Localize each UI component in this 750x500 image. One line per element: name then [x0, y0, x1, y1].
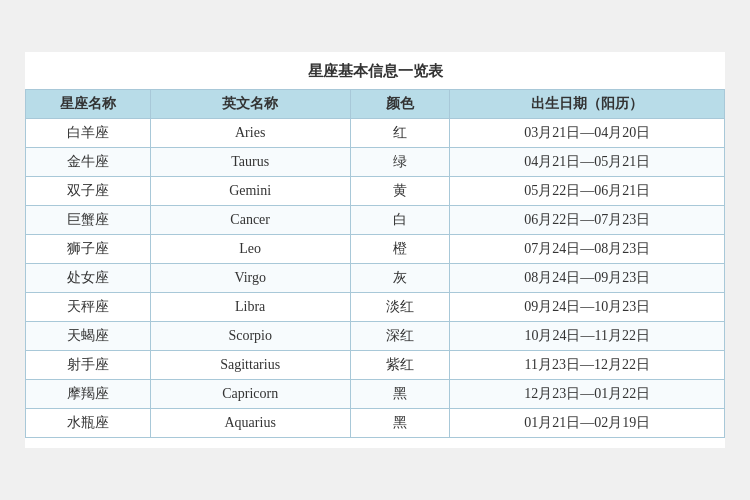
table-row: 天蝎座Scorpio深红10月24日—11月22日 [26, 322, 725, 351]
page-title: 星座基本信息一览表 [25, 62, 725, 81]
cell-english-name: Aquarius [150, 409, 350, 438]
cell-color: 灰 [350, 264, 450, 293]
cell-date: 11月23日—12月22日 [450, 351, 725, 380]
header-english: 英文名称 [150, 90, 350, 119]
zodiac-table: 星座名称 英文名称 颜色 出生日期（阳历） 白羊座Aries红03月21日—04… [25, 89, 725, 438]
cell-color: 红 [350, 119, 450, 148]
cell-zodiac-name: 水瓶座 [26, 409, 151, 438]
cell-zodiac-name: 处女座 [26, 264, 151, 293]
cell-zodiac-name: 金牛座 [26, 148, 151, 177]
table-row: 狮子座Leo橙07月24日—08月23日 [26, 235, 725, 264]
cell-date: 01月21日—02月19日 [450, 409, 725, 438]
table-row: 天秤座Libra淡红09月24日—10月23日 [26, 293, 725, 322]
cell-date: 07月24日—08月23日 [450, 235, 725, 264]
table-row: 处女座Virgo灰08月24日—09月23日 [26, 264, 725, 293]
table-row: 射手座Sagittarius紫红11月23日—12月22日 [26, 351, 725, 380]
table-body: 白羊座Aries红03月21日—04月20日金牛座Taurus绿04月21日—0… [26, 119, 725, 438]
cell-date: 05月22日—06月21日 [450, 177, 725, 206]
cell-color: 紫红 [350, 351, 450, 380]
header-date: 出生日期（阳历） [450, 90, 725, 119]
cell-color: 绿 [350, 148, 450, 177]
table-row: 摩羯座Capricorn黑12月23日—01月22日 [26, 380, 725, 409]
cell-date: 12月23日—01月22日 [450, 380, 725, 409]
cell-date: 06月22日—07月23日 [450, 206, 725, 235]
table-row: 金牛座Taurus绿04月21日—05月21日 [26, 148, 725, 177]
cell-color: 黑 [350, 409, 450, 438]
cell-zodiac-name: 天蝎座 [26, 322, 151, 351]
table-row: 巨蟹座Cancer白06月22日—07月23日 [26, 206, 725, 235]
cell-zodiac-name: 射手座 [26, 351, 151, 380]
cell-color: 黑 [350, 380, 450, 409]
cell-english-name: Leo [150, 235, 350, 264]
cell-date: 04月21日—05月21日 [450, 148, 725, 177]
table-row: 白羊座Aries红03月21日—04月20日 [26, 119, 725, 148]
cell-zodiac-name: 天秤座 [26, 293, 151, 322]
cell-english-name: Scorpio [150, 322, 350, 351]
header-name: 星座名称 [26, 90, 151, 119]
cell-english-name: Sagittarius [150, 351, 350, 380]
cell-color: 深红 [350, 322, 450, 351]
cell-zodiac-name: 摩羯座 [26, 380, 151, 409]
table-header-row: 星座名称 英文名称 颜色 出生日期（阳历） [26, 90, 725, 119]
header-color: 颜色 [350, 90, 450, 119]
cell-color: 白 [350, 206, 450, 235]
cell-english-name: Gemini [150, 177, 350, 206]
cell-color: 橙 [350, 235, 450, 264]
cell-english-name: Taurus [150, 148, 350, 177]
cell-english-name: Virgo [150, 264, 350, 293]
cell-date: 09月24日—10月23日 [450, 293, 725, 322]
cell-date: 03月21日—04月20日 [450, 119, 725, 148]
table-row: 水瓶座Aquarius黑01月21日—02月19日 [26, 409, 725, 438]
cell-date: 10月24日—11月22日 [450, 322, 725, 351]
cell-english-name: Libra [150, 293, 350, 322]
cell-color: 淡红 [350, 293, 450, 322]
cell-zodiac-name: 白羊座 [26, 119, 151, 148]
cell-zodiac-name: 狮子座 [26, 235, 151, 264]
cell-english-name: Capricorn [150, 380, 350, 409]
cell-date: 08月24日—09月23日 [450, 264, 725, 293]
main-container: 星座基本信息一览表 星座名称 英文名称 颜色 出生日期（阳历） 白羊座Aries… [25, 52, 725, 448]
cell-zodiac-name: 巨蟹座 [26, 206, 151, 235]
table-row: 双子座Gemini黄05月22日—06月21日 [26, 177, 725, 206]
cell-color: 黄 [350, 177, 450, 206]
cell-english-name: Aries [150, 119, 350, 148]
cell-zodiac-name: 双子座 [26, 177, 151, 206]
cell-english-name: Cancer [150, 206, 350, 235]
